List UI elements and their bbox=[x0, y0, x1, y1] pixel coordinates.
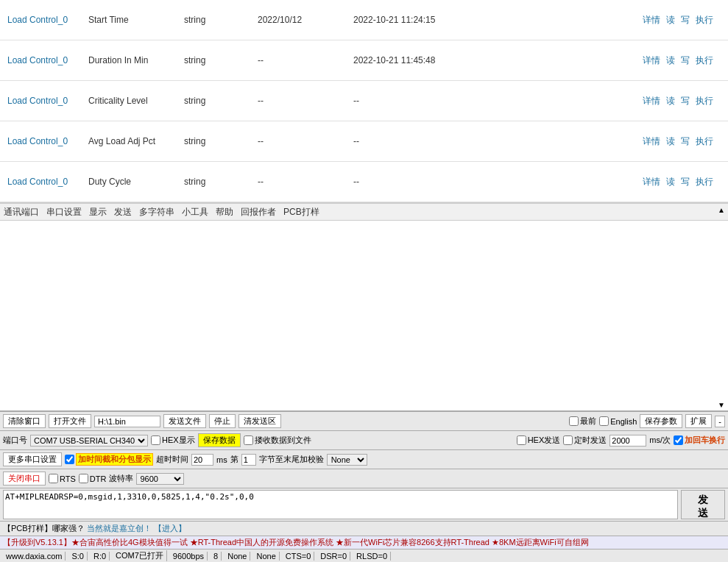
status-port: COM7已打开 bbox=[113, 550, 167, 561]
action-link[interactable]: 执行 bbox=[696, 54, 713, 67]
toolbar-wrap: 通讯端口串口设置显示发送多字符串小工具帮助回报作者PCB打样 ▲ bbox=[0, 203, 728, 221]
open-file-button[interactable]: 打开文件 bbox=[49, 414, 91, 428]
action-link[interactable]: 读 bbox=[666, 54, 675, 67]
status-dsr: DSR=0 bbox=[317, 552, 350, 561]
baud-rate-select[interactable]: 9600 bbox=[136, 473, 184, 485]
stop-button[interactable]: 停止 bbox=[209, 414, 236, 428]
recv-file-checkbox[interactable] bbox=[244, 435, 253, 445]
toolbar-item[interactable]: 回报作者 bbox=[241, 206, 276, 218]
status-r0: R:0 bbox=[91, 552, 110, 561]
timeout-input[interactable] bbox=[191, 454, 213, 466]
english-checkbox[interactable] bbox=[599, 416, 609, 426]
toolbar-item[interactable]: 多字符串 bbox=[139, 206, 174, 218]
action-link[interactable]: 写 bbox=[681, 14, 690, 26]
close-port-button[interactable]: 关闭串口 bbox=[3, 472, 46, 485]
col-attr: Duty Cycle bbox=[88, 177, 184, 187]
table-row: Load Control_0 Criticality Level string … bbox=[0, 81, 728, 121]
action-link[interactable]: 执行 bbox=[696, 95, 713, 107]
action-link[interactable]: 详情 bbox=[643, 54, 660, 67]
action-link[interactable]: 执行 bbox=[696, 14, 713, 26]
table-row: Load Control_0 Start Time string 2022/10… bbox=[0, 0, 728, 40]
toolbar-item[interactable]: 串口设置 bbox=[46, 206, 82, 218]
action-link[interactable]: 读 bbox=[666, 14, 675, 26]
news-row: 【升级到V5.13.1】★合宙高性价比4G模块值得一试 ★RT-Thread中国… bbox=[0, 536, 728, 549]
toolbar-item[interactable]: 通讯端口 bbox=[4, 206, 39, 218]
action-link[interactable]: 详情 bbox=[643, 176, 660, 188]
action-link[interactable]: 读 bbox=[666, 176, 675, 188]
col-name: Load Control_0 bbox=[7, 55, 88, 65]
add-timestamp-text: 加时间截和分包显示 bbox=[76, 453, 153, 466]
bottom-area: 清除窗口 打开文件 发送文件 停止 清发送区 最前 English 保存参数 扩… bbox=[0, 411, 728, 562]
add-timestamp-label: 加时间截和分包显示 bbox=[65, 453, 153, 466]
hex-send-checkbox[interactable] bbox=[517, 435, 526, 445]
action-link[interactable]: 写 bbox=[681, 135, 690, 148]
dtr-checkbox[interactable] bbox=[79, 474, 88, 483]
action-link[interactable]: 详情 bbox=[643, 135, 660, 148]
col-name: Load Control_0 bbox=[7, 15, 88, 25]
close-window-button[interactable]: - bbox=[715, 416, 725, 427]
scroll-down-arrow[interactable]: ▼ bbox=[718, 401, 725, 409]
clear-send-button[interactable]: 清发送区 bbox=[238, 414, 281, 428]
action-link[interactable]: 写 bbox=[681, 176, 690, 188]
send-file-button[interactable]: 发送文件 bbox=[163, 414, 206, 428]
timed-send-checkbox[interactable] bbox=[563, 435, 573, 445]
pcb-text: 【PCB打样】哪家强？ bbox=[3, 523, 85, 534]
col-actions: 详情读写执行 bbox=[464, 176, 721, 188]
toolbar-item[interactable]: 帮助 bbox=[216, 206, 233, 218]
col-name: Load Control_0 bbox=[7, 136, 88, 146]
send-row: AT+MIPLREADRSP=0,msgid,1,3310,0,5825,1,4… bbox=[0, 488, 728, 521]
main-layout: Load Control_0 Start Time string 2022/10… bbox=[0, 0, 728, 562]
bottom-row2: 端口号 COM7 USB-SERIAL CH340 HEX显示 保存数据 搂收数… bbox=[0, 431, 728, 450]
action-link[interactable]: 详情 bbox=[643, 14, 660, 26]
bottom-row3: 更多串口设置 加时间截和分包显示 超时时间 ms 第 字节至末尾加校验 None bbox=[0, 450, 728, 469]
serial-display[interactable]: ▼ bbox=[0, 221, 728, 411]
send-button[interactable]: 发 送 bbox=[681, 490, 725, 519]
file-path-input[interactable] bbox=[94, 416, 160, 427]
latest-checkbox[interactable] bbox=[569, 416, 579, 426]
col-actions: 详情读写执行 bbox=[464, 54, 721, 67]
scroll-up-arrow[interactable]: ▲ bbox=[718, 206, 725, 214]
action-link[interactable]: 写 bbox=[681, 54, 690, 67]
save-data-button[interactable]: 保存数据 bbox=[198, 433, 241, 447]
pcb-link2[interactable]: 【进入】 bbox=[154, 523, 186, 534]
add-newline-checkbox[interactable] bbox=[674, 435, 683, 445]
pcb-link1[interactable]: 当然就是嘉立创！ bbox=[87, 523, 152, 534]
action-link[interactable]: 读 bbox=[666, 95, 675, 107]
send-textarea[interactable]: AT+MIPLREADRSP=0,msgid,1,3310,0,5825,1,4… bbox=[3, 490, 678, 519]
action-link[interactable]: 执行 bbox=[696, 135, 713, 148]
clear-window-button[interactable]: 清除窗口 bbox=[3, 414, 46, 428]
toolbar-item[interactable]: 显示 bbox=[89, 206, 107, 218]
status-parity: None bbox=[225, 552, 250, 561]
col-val2: -- bbox=[353, 96, 464, 106]
page-input[interactable] bbox=[241, 454, 256, 466]
status-site: www.daxia.com bbox=[3, 552, 66, 561]
hex-send-label: HEX发送 bbox=[517, 435, 561, 446]
timed-send-interval-input[interactable] bbox=[609, 435, 646, 447]
toolbar-item[interactable]: 小工具 bbox=[182, 206, 208, 218]
add-timestamp-checkbox[interactable] bbox=[65, 455, 74, 464]
col-attr: Start Time bbox=[88, 15, 184, 25]
action-link[interactable]: 读 bbox=[666, 135, 675, 148]
timeout-ms-label: ms bbox=[216, 455, 227, 464]
rts-checkbox[interactable] bbox=[49, 474, 58, 483]
port-select[interactable]: COM7 USB-SERIAL CH340 bbox=[30, 435, 148, 447]
toolbar-item[interactable]: 发送 bbox=[114, 206, 132, 218]
expand-button[interactable]: 扩展 bbox=[685, 414, 712, 428]
more-port-settings-button[interactable]: 更多串口设置 bbox=[3, 452, 62, 466]
action-link[interactable]: 详情 bbox=[643, 95, 660, 107]
col-actions: 详情读写执行 bbox=[464, 14, 721, 26]
col-val1: -- bbox=[258, 55, 353, 65]
col-type: string bbox=[184, 15, 258, 25]
save-param-button[interactable]: 保存参数 bbox=[640, 414, 682, 428]
action-link[interactable]: 写 bbox=[681, 95, 690, 107]
ms-unit-label: ms/次 bbox=[649, 435, 671, 446]
status-stop: None bbox=[253, 552, 279, 561]
hex-display-checkbox[interactable] bbox=[151, 435, 160, 445]
toolbar-item[interactable]: PCB打样 bbox=[283, 206, 319, 218]
bottom-row1: 清除窗口 打开文件 发送文件 停止 清发送区 最前 English 保存参数 扩… bbox=[0, 412, 728, 431]
action-link[interactable]: 执行 bbox=[696, 176, 713, 188]
crc-select[interactable]: None bbox=[327, 454, 367, 466]
col-attr: Duration In Min bbox=[88, 55, 184, 65]
byte-label: 字节至末尾加校验 bbox=[259, 454, 324, 465]
add-newline-label: 加回车换行 bbox=[674, 435, 725, 446]
